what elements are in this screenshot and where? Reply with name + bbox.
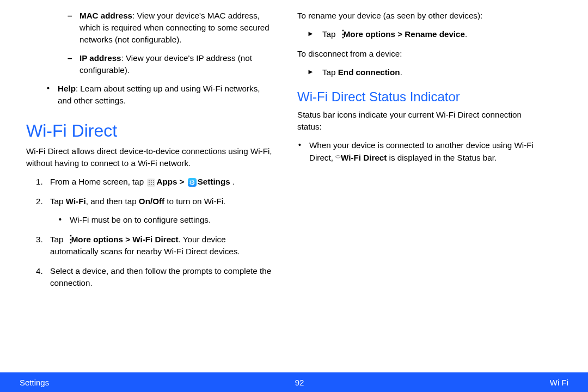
status-bullet: When your device is connected to another… [298, 139, 547, 164]
footer-page-number: 92 [295, 378, 304, 387]
rename-more: More options > Rename device [344, 29, 465, 39]
left-column: MAC address: View your device's MAC addr… [26, 10, 291, 367]
step-1: From a Home screen, tap Apps > Settings … [36, 176, 275, 188]
step2-c: to turn on Wi-Fi. [164, 197, 225, 206]
wifi-direct-steps: From a Home screen, tap Apps > Settings … [36, 176, 275, 289]
mac-address-item: MAC address: View your device's MAC addr… [68, 10, 275, 46]
mac-address-label: MAC address [79, 11, 132, 20]
help-label: Help [58, 84, 76, 93]
help-item: Help: Learn about setting up and using W… [47, 83, 275, 107]
step1-settings-label: Settings [198, 177, 230, 186]
right-column: To rename your device (as seen by other … [291, 10, 568, 367]
step1-apps-label: Apps [156, 177, 177, 186]
disconnect-b: End connection [338, 68, 400, 77]
rename-intro: To rename your device (as seen by other … [297, 10, 547, 22]
rename-end: . [465, 29, 467, 39]
step2-wifi: Wi-Fi [66, 197, 86, 206]
step2-sub: Wi-Fi must be on to configure settings. [59, 214, 275, 226]
apps-icon [147, 179, 155, 187]
help-text: : Learn about setting up and using Wi-Fi… [58, 84, 260, 105]
step2-sub-item: Wi-Fi must be on to configure settings. [59, 214, 275, 226]
status-bullet-item: When your device is connected to another… [298, 139, 547, 164]
footer-left: Settings [20, 378, 49, 387]
step-4: Select a device, and then follow the pro… [36, 265, 275, 289]
step2-onoff: On/Off [139, 197, 164, 206]
step3-more: More options > Wi-Fi Direct [71, 235, 179, 244]
status-intro: Status bar icons indicate your current W… [297, 109, 547, 133]
manual-page: MAC address: View your device's MAC addr… [0, 0, 588, 392]
more-options-icon-2: ⋮ [338, 31, 344, 36]
step3-a: Tap [50, 235, 66, 244]
ip-address-item: IP address: View your device's IP addres… [68, 52, 275, 76]
page-content: MAC address: View your device's MAC addr… [0, 0, 588, 372]
status-b: Wi-Fi Direct [341, 153, 387, 162]
step-2: Tap Wi-Fi, and then tap On/Off to turn o… [36, 195, 275, 226]
disconnect-step-item: Tap End connection. [307, 66, 547, 78]
wifi-direct-icon: ⌔ [335, 153, 341, 162]
step1-text-a: From a Home screen, tap [50, 177, 146, 186]
rename-a: Tap [322, 29, 338, 39]
step2-b: , and then tap [86, 197, 139, 206]
step2-a: Tap [50, 197, 66, 206]
wifi-direct-heading: Wi-Fi Direct [26, 121, 275, 141]
disconnect-a: Tap [322, 68, 338, 77]
more-options-icon: ⋮ [66, 236, 71, 242]
step-3: Tap ⋮More options > Wi-Fi Direct. Your d… [36, 234, 275, 258]
ip-address-label: IP address [79, 53, 121, 63]
page-footer: Settings 92 Wi Fi [0, 372, 588, 392]
status-c: is displayed in the Status bar. [387, 153, 497, 162]
sub-sub-list: MAC address: View your device's MAC addr… [68, 10, 275, 76]
status-indicator-heading: Wi-Fi Direct Status Indicator [297, 89, 547, 105]
disconnect-step: Tap End connection. [307, 66, 547, 78]
step1-gt: > [177, 177, 186, 186]
rename-step-item: Tap ⋮More options > Rename device. [307, 28, 547, 40]
disconnect-end: . [400, 68, 402, 77]
help-bullet: Help: Learn about setting up and using W… [47, 83, 275, 107]
wifi-direct-intro: Wi-Fi Direct allows direct device-to-dev… [26, 145, 275, 169]
rename-step: Tap ⋮More options > Rename device. [307, 28, 547, 40]
disconnect-intro: To disconnect from a device: [297, 48, 547, 60]
step1-end: . [230, 177, 235, 186]
footer-right: Wi Fi [550, 378, 568, 387]
settings-icon [188, 178, 197, 187]
